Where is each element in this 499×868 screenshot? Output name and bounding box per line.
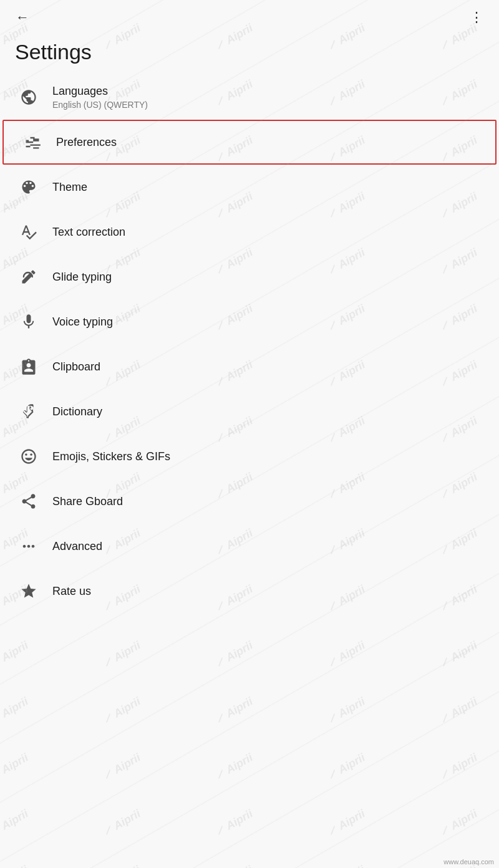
settings-item-dictionary[interactable]: Dictionary bbox=[0, 389, 499, 434]
settings-item-label-rate-us: Rate us bbox=[52, 584, 91, 599]
star-icon bbox=[15, 582, 42, 600]
settings-item-theme[interactable]: Theme bbox=[0, 165, 499, 210]
settings-item-glide-typing[interactable]: Glide typing bbox=[0, 254, 499, 299]
glide-icon bbox=[15, 268, 42, 286]
settings-item-advanced[interactable]: Advanced bbox=[0, 524, 499, 569]
palette-icon bbox=[15, 178, 42, 196]
settings-item-label-text-correction: Text correction bbox=[52, 225, 125, 239]
book-icon bbox=[15, 403, 42, 420]
back-arrow-icon: ← bbox=[16, 9, 29, 26]
share-icon bbox=[15, 493, 42, 510]
top-bar: ← ⋮ bbox=[0, 0, 499, 35]
svg-point-0 bbox=[27, 276, 31, 279]
settings-item-label-voice-typing: Voice typing bbox=[52, 315, 113, 329]
back-button[interactable]: ← bbox=[10, 5, 35, 30]
settings-item-subtitle-languages: English (US) (QWERTY) bbox=[52, 100, 148, 110]
settings-item-label-advanced: Advanced bbox=[52, 539, 102, 554]
settings-item-share-gboard[interactable]: Share Gboard bbox=[0, 479, 499, 524]
settings-list: LanguagesEnglish (US) (QWERTY)Preference… bbox=[0, 74, 499, 614]
clipboard-icon bbox=[15, 358, 42, 375]
settings-item-label-glide-typing: Glide typing bbox=[52, 270, 112, 284]
more-dots-icon: ⋮ bbox=[470, 9, 484, 26]
more-options-button[interactable]: ⋮ bbox=[464, 5, 489, 30]
settings-item-label-share-gboard: Share Gboard bbox=[52, 494, 123, 509]
settings-item-label-emojis: Emojis, Stickers & GIFs bbox=[52, 450, 170, 464]
globe-icon bbox=[15, 89, 42, 106]
settings-item-label-languages: Languages bbox=[52, 84, 148, 99]
settings-item-text-correction[interactable]: Text correction bbox=[0, 210, 499, 254]
microphone-icon bbox=[15, 313, 42, 330]
page-title: Settings bbox=[0, 35, 499, 74]
settings-item-rate-us[interactable]: Rate us bbox=[0, 569, 499, 614]
settings-item-label-theme: Theme bbox=[52, 180, 87, 195]
settings-item-voice-typing[interactable]: Voice typing bbox=[0, 299, 499, 344]
settings-item-label-preferences: Preferences bbox=[56, 135, 117, 150]
url-bar: www.deuaq.com bbox=[438, 856, 499, 868]
emoji-icon bbox=[15, 448, 42, 465]
settings-item-emojis[interactable]: Emojis, Stickers & GIFs bbox=[0, 434, 499, 479]
settings-item-label-dictionary: Dictionary bbox=[52, 405, 102, 419]
settings-item-languages[interactable]: LanguagesEnglish (US) (QWERTY) bbox=[0, 74, 499, 120]
sliders-icon bbox=[19, 133, 46, 151]
ellipsis-icon bbox=[15, 538, 42, 555]
settings-item-clipboard[interactable]: Clipboard bbox=[0, 344, 499, 389]
text-correction-icon bbox=[15, 223, 42, 241]
settings-item-label-clipboard: Clipboard bbox=[52, 360, 100, 374]
settings-item-preferences[interactable]: Preferences bbox=[2, 120, 497, 165]
